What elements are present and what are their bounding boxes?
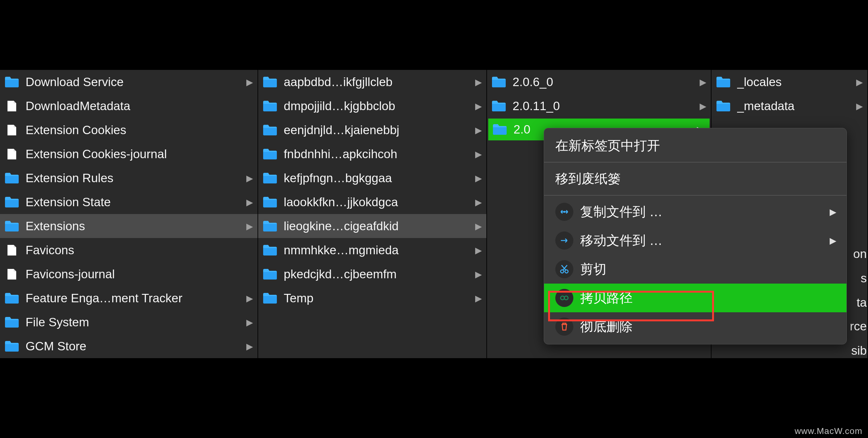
menu-item[interactable]: 移动文件到 …▶ — [544, 226, 846, 255]
file-item[interactable]: File System▶ — [0, 310, 257, 334]
menu-item[interactable]: 移到废纸篓 — [544, 165, 846, 193]
item-label: aapbdbd…ikfgjllcleb — [284, 75, 482, 89]
partial-text: rce — [850, 319, 867, 333]
item-label: Extension Cookies — [26, 123, 253, 137]
menu-separator — [544, 195, 846, 196]
file-item[interactable]: Feature Enga…ment Tracker▶ — [0, 286, 257, 310]
chevron-right-icon: ▶ — [475, 125, 482, 135]
file-icon — [4, 244, 19, 256]
file-item[interactable]: Favicons — [0, 238, 257, 262]
copy-to-icon — [555, 203, 574, 221]
item-label: Favicons — [26, 243, 253, 257]
file-item[interactable]: Extension Cookies — [0, 118, 257, 142]
delete-icon — [555, 318, 574, 336]
file-icon — [4, 148, 19, 160]
item-label: Temp — [284, 291, 482, 305]
folder-icon — [4, 172, 19, 184]
file-item[interactable]: aapbdbd…ikfgjllcleb▶ — [258, 70, 486, 94]
folder-icon — [492, 123, 507, 136]
chevron-right-icon: ▶ — [856, 101, 863, 111]
folder-icon — [4, 316, 19, 328]
folder-icon — [262, 148, 277, 160]
file-item[interactable]: Extension Cookies-journal — [0, 142, 257, 166]
file-item[interactable]: nmmhkke…mgmieda▶ — [258, 238, 486, 262]
file-item[interactable]: DownloadMetadata — [0, 94, 257, 118]
folder-icon — [491, 76, 506, 88]
chevron-right-icon: ▶ — [246, 197, 253, 207]
folder-icon — [262, 244, 277, 256]
item-label: _metadata — [737, 99, 863, 113]
chevron-right-icon: ▶ — [830, 236, 837, 246]
chevron-right-icon: ▶ — [475, 149, 482, 159]
folder-icon — [262, 268, 277, 280]
file-item[interactable]: 2.0.6_0▶ — [487, 70, 711, 94]
chevron-right-icon: ▶ — [475, 269, 482, 279]
file-item[interactable]: pkedcjkd…cjbeemfm▶ — [258, 262, 486, 286]
partial-text: on — [854, 247, 867, 261]
file-item[interactable]: GCM Store▶ — [0, 334, 257, 358]
partial-text: sib — [851, 344, 867, 357]
menu-item[interactable]: 复制文件到 …▶ — [544, 198, 846, 226]
partial-text: ta — [857, 296, 867, 310]
item-label: dmpojjild…kjgbbclob — [284, 99, 482, 113]
item-label: kefjpfngn…bgkggaa — [284, 171, 482, 185]
item-label: laookkfkn…jjkokdgca — [284, 195, 482, 209]
chevron-right-icon: ▶ — [246, 341, 253, 351]
file-item[interactable]: Temp▶ — [258, 286, 486, 310]
menu-item[interactable]: 彻底删除 — [544, 312, 846, 341]
chevron-right-icon: ▶ — [246, 173, 253, 183]
file-item[interactable]: dmpojjild…kjgbbclob▶ — [258, 94, 486, 118]
menu-item[interactable]: 剪切 — [544, 255, 846, 284]
item-label: Extension State — [26, 195, 253, 209]
column-1: Download Service▶DownloadMetadataExtensi… — [0, 70, 258, 358]
folder-icon — [262, 172, 277, 184]
file-icon — [4, 124, 19, 136]
item-label: fnbdnhhi…apkcihcoh — [284, 147, 482, 161]
file-item[interactable]: 2.0.11_0▶ — [487, 94, 711, 118]
menu-item-label: 在新标签页中打开 — [555, 137, 660, 154]
file-item[interactable]: Extension Rules▶ — [0, 166, 257, 190]
file-item[interactable]: Extensions▶ — [0, 214, 257, 238]
file-item[interactable]: fnbdnhhi…apkcihcoh▶ — [258, 142, 486, 166]
folder-icon — [4, 220, 19, 232]
item-label: Download Service — [26, 75, 253, 89]
chevron-right-icon: ▶ — [700, 101, 707, 111]
chevron-right-icon: ▶ — [246, 293, 253, 303]
menu-item-label: 复制文件到 … — [580, 203, 662, 221]
menu-item[interactable]: 拷贝路径 — [544, 284, 846, 312]
file-item[interactable]: Favicons-journal — [0, 262, 257, 286]
chevron-right-icon: ▶ — [475, 101, 482, 111]
menu-separator — [544, 162, 846, 163]
menu-item-label: 拷贝路径 — [580, 289, 632, 306]
copy-path-icon — [555, 289, 574, 307]
context-menu: 在新标签页中打开移到废纸篓复制文件到 …▶移动文件到 …▶剪切拷贝路径彻底删除 — [544, 128, 847, 344]
item-label: Feature Enga…ment Tracker — [26, 291, 253, 305]
menu-item-label: 移到废纸篓 — [555, 170, 621, 187]
file-item[interactable]: Download Service▶ — [0, 70, 257, 94]
folder-icon — [262, 220, 277, 232]
file-icon — [4, 100, 19, 112]
file-item[interactable]: _metadata▶ — [712, 94, 867, 118]
item-label: pkedcjkd…cjbeemfm — [284, 267, 482, 281]
file-item[interactable]: lieogkine…cigeafdkid▶ — [258, 214, 486, 238]
chevron-right-icon: ▶ — [475, 173, 482, 183]
menu-item[interactable]: 在新标签页中打开 — [544, 132, 846, 160]
chevron-right-icon: ▶ — [246, 77, 253, 87]
item-label: GCM Store — [26, 340, 253, 353]
item-label: Extension Cookies-journal — [26, 147, 253, 161]
menu-item-label: 移动文件到 … — [580, 232, 662, 249]
chevron-right-icon: ▶ — [475, 197, 482, 207]
file-item[interactable]: laookkfkn…jjkokdgca▶ — [258, 190, 486, 214]
folder-icon — [716, 76, 730, 88]
chevron-right-icon: ▶ — [475, 293, 482, 303]
file-item[interactable]: eenjdnjld…kjaienebbj▶ — [258, 118, 486, 142]
partial-text: s — [861, 271, 867, 285]
item-label: 2.0.6_0 — [513, 75, 707, 89]
chevron-right-icon: ▶ — [246, 221, 253, 231]
file-item[interactable]: kefjpfngn…bgkggaa▶ — [258, 166, 486, 190]
cut-icon — [555, 260, 574, 278]
folder-icon — [262, 100, 277, 112]
file-item[interactable]: _locales▶ — [712, 70, 867, 94]
file-item[interactable]: Extension State▶ — [0, 190, 257, 214]
folder-icon — [262, 196, 277, 208]
